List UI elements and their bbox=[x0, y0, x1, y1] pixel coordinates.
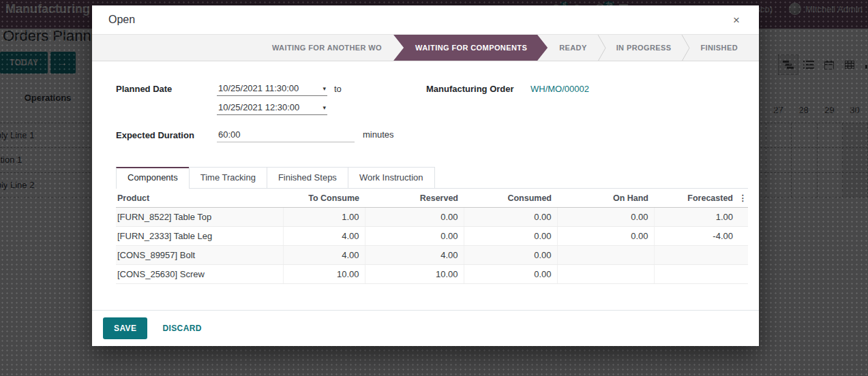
cell-consumed: 0.00 bbox=[464, 265, 557, 284]
work-order-dialog: Open × WAITING FOR ANOTHER WO WAITING FO… bbox=[92, 5, 759, 346]
minutes-label: minutes bbox=[363, 128, 394, 142]
cell-consumed: 0.00 bbox=[464, 208, 557, 227]
cell-to-consume: 10.00 bbox=[283, 265, 365, 284]
dialog-header: Open × bbox=[92, 5, 759, 35]
col-reserved[interactable]: Reserved bbox=[365, 189, 464, 208]
manufacturing-order-link[interactable]: WH/MO/00002 bbox=[530, 82, 589, 151]
cell-on-hand: 0.00 bbox=[557, 208, 654, 227]
screen: Manufacturing Overview Operations Planni… bbox=[0, 0, 868, 376]
col-on-hand[interactable]: On Hand bbox=[557, 189, 654, 208]
cell-forecasted: -4.00 bbox=[654, 227, 738, 246]
stage-separator-icon bbox=[597, 35, 606, 61]
col-consumed[interactable]: Consumed bbox=[464, 189, 557, 208]
planned-date-to-field[interactable]: 10/25/2021 12:30:00 ▾ bbox=[217, 101, 327, 115]
form-grid: Planned Date 10/25/2021 11:30:00 ▾ to bbox=[116, 82, 748, 151]
cell-to-consume: 4.00 bbox=[283, 227, 365, 246]
stage-ready[interactable]: READY bbox=[549, 35, 597, 61]
table-row[interactable]: [FURN_2333] Table Leg 4.00 0.00 0.00 0.0… bbox=[116, 227, 748, 246]
cell-reserved: 0.00 bbox=[365, 208, 464, 227]
cell-reserved: 10.00 bbox=[365, 265, 464, 284]
optional-columns-icon[interactable]: ⋮ bbox=[738, 189, 748, 208]
cell-reserved: 0.00 bbox=[365, 227, 464, 246]
table-header-row: Product To Consume Reserved Consumed On … bbox=[116, 189, 748, 208]
expected-duration-label: Expected Duration bbox=[116, 128, 217, 142]
table-row[interactable]: [CONS_25630] Screw 10.00 10.00 0.00 bbox=[116, 265, 748, 284]
discard-button[interactable]: DISCARD bbox=[162, 324, 201, 333]
cell-product: [CONS_89957] Bolt bbox=[116, 246, 283, 265]
notebook-tabs: Components Time Tracking Finished Steps … bbox=[116, 167, 748, 189]
tab-components[interactable]: Components bbox=[116, 167, 190, 189]
components-table: Product To Consume Reserved Consumed On … bbox=[116, 189, 748, 284]
tab-finished-steps[interactable]: Finished Steps bbox=[267, 167, 348, 188]
expected-duration-field[interactable]: 60:00 bbox=[217, 128, 355, 142]
cell-product: [CONS_25630] Screw bbox=[116, 265, 283, 284]
cell-forecasted bbox=[654, 246, 738, 265]
col-forecasted[interactable]: Forecasted bbox=[654, 189, 738, 208]
dialog-body: Planned Date 10/25/2021 11:30:00 ▾ to bbox=[92, 61, 759, 310]
planned-date-from-field[interactable]: 10/25/2021 11:30:00 ▾ bbox=[217, 82, 327, 96]
stage-finished[interactable]: FINISHED bbox=[690, 35, 748, 61]
stage-waiting-for-components[interactable]: WAITING FOR COMPONENTS bbox=[393, 35, 548, 61]
cell-reserved: 4.00 bbox=[365, 246, 464, 265]
table-row[interactable]: [CONS_89957] Bolt 4.00 4.00 0.00 bbox=[116, 246, 748, 265]
dialog-title: Open bbox=[108, 14, 135, 26]
save-button[interactable]: SAVE bbox=[103, 317, 147, 339]
col-product[interactable]: Product bbox=[116, 189, 283, 208]
cell-forecasted: 1.00 bbox=[654, 208, 738, 227]
statusbar: WAITING FOR ANOTHER WO WAITING FOR COMPO… bbox=[92, 35, 759, 61]
cell-on-hand bbox=[557, 265, 654, 284]
tab-work-instruction[interactable]: Work Instruction bbox=[348, 167, 435, 188]
stage-separator-icon bbox=[681, 35, 690, 61]
cell-product: [FURN_8522] Table Top bbox=[116, 208, 283, 227]
planned-date-row: Planned Date 10/25/2021 11:30:00 ▾ to bbox=[116, 82, 426, 120]
caret-down-icon: ▾ bbox=[323, 104, 326, 111]
cell-to-consume: 4.00 bbox=[283, 246, 365, 265]
cell-on-hand bbox=[557, 246, 654, 265]
cell-forecasted bbox=[654, 265, 738, 284]
expected-duration-row: Expected Duration 60:00 minutes bbox=[116, 128, 426, 142]
cell-to-consume: 1.00 bbox=[283, 208, 365, 227]
close-icon[interactable]: × bbox=[730, 13, 743, 27]
cell-consumed: 0.00 bbox=[464, 246, 557, 265]
col-to-consume[interactable]: To Consume bbox=[283, 189, 365, 208]
cell-on-hand: 0.00 bbox=[557, 227, 654, 246]
tab-time-tracking[interactable]: Time Tracking bbox=[189, 167, 267, 188]
manufacturing-order-label: Manufacturing Order bbox=[426, 82, 530, 151]
cell-product: [FURN_2333] Table Leg bbox=[116, 227, 283, 246]
to-label: to bbox=[334, 84, 342, 94]
table-row[interactable]: [FURN_8522] Table Top 1.00 0.00 0.00 0.0… bbox=[116, 208, 748, 227]
planned-date-label: Planned Date bbox=[116, 82, 217, 120]
caret-down-icon: ▾ bbox=[323, 85, 326, 92]
manufacturing-order-row: Manufacturing Order WH/MO/00002 bbox=[426, 82, 589, 151]
stage-in-progress[interactable]: IN PROGRESS bbox=[606, 35, 682, 61]
stage-waiting-for-another-wo[interactable]: WAITING FOR ANOTHER WO bbox=[262, 35, 392, 61]
cell-consumed: 0.00 bbox=[464, 227, 557, 246]
dialog-footer: SAVE DISCARD bbox=[92, 310, 759, 346]
